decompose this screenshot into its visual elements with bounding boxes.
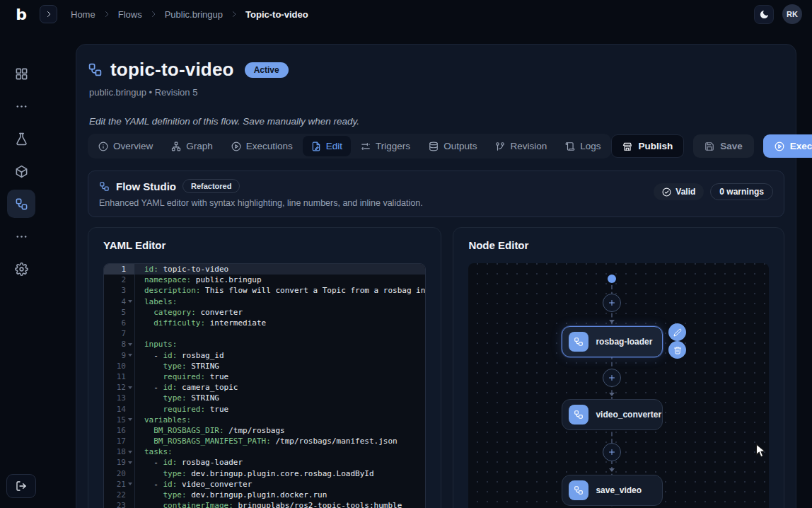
code-text: tasks: xyxy=(135,446,425,457)
code-line[interactable]: 11 required: true xyxy=(104,371,425,382)
fold-chevron-icon[interactable] xyxy=(126,300,134,303)
add-node-button[interactable] xyxy=(603,443,621,461)
save-icon xyxy=(704,142,714,151)
logout-icon xyxy=(16,480,27,492)
code-line[interactable]: 9 - id: rosbag_id xyxy=(104,350,425,361)
code-text: description: This flow will convert a To… xyxy=(135,285,425,296)
sidebar-item-grid[interactable] xyxy=(7,59,35,88)
refactored-badge: Refactored xyxy=(182,179,240,193)
fold-chevron-icon[interactable] xyxy=(126,386,134,389)
logout-button[interactable] xyxy=(6,474,36,498)
tab-label: Overview xyxy=(113,141,153,151)
sidebar-item-gear[interactable] xyxy=(7,255,35,283)
code-line[interactable]: 23 containerImage: bringuplabs/ros2-topi… xyxy=(104,500,425,508)
flow-icon xyxy=(88,62,103,77)
fold-chevron-icon[interactable] xyxy=(126,483,134,485)
code-line[interactable]: 21 - id: video_converter xyxy=(104,479,425,490)
fold-chevron-icon[interactable] xyxy=(126,343,134,346)
theme-toggle-button[interactable] xyxy=(754,5,774,24)
task-node[interactable]: rosbag-loader xyxy=(562,326,663,357)
topbar: HomeFlowsPublic.bringupTopic-to-video RK xyxy=(42,0,812,28)
publish-button[interactable]: Publish xyxy=(611,134,684,158)
code-line[interactable]: 15variables: xyxy=(104,415,425,425)
code-text: category: converter xyxy=(135,307,425,318)
task-node[interactable]: save_video xyxy=(562,475,663,506)
code-line[interactable]: 22 type: dev.bringup.plugin.docker.run xyxy=(104,490,425,500)
line-gutter: 2 xyxy=(104,275,135,285)
line-gutter: 6 xyxy=(104,318,135,328)
fold-chevron-icon[interactable] xyxy=(126,451,134,454)
code-line[interactable]: 12 - id: camera_topic xyxy=(104,382,425,393)
code-line[interactable]: 20 type: dev.bringup.plugin.core.rosbag.… xyxy=(104,468,425,479)
sidebar-item-flow[interactable] xyxy=(7,190,35,218)
line-gutter: 13 xyxy=(104,393,135,403)
tab-graph[interactable]: Graph xyxy=(163,136,221,156)
delete-node-button[interactable] xyxy=(668,341,686,359)
node-type-icon xyxy=(569,405,588,425)
breadcrumb-item[interactable]: Flows xyxy=(118,9,142,20)
line-number: 16 xyxy=(117,426,126,435)
tab-logs[interactable]: Logs xyxy=(557,136,609,156)
code-line[interactable]: 19 - id: rosbag-loader xyxy=(104,457,425,468)
tab-outputs[interactable]: Outputs xyxy=(420,136,485,156)
fold-chevron-icon[interactable] xyxy=(126,418,134,421)
line-number: 13 xyxy=(117,393,126,403)
code-text: - id: camera_topic xyxy=(135,382,425,393)
yaml-code-editor[interactable]: 1id: topic-to-video2namespace: public.br… xyxy=(103,263,426,508)
code-text: type: STRING xyxy=(135,361,425,371)
tab-executions[interactable]: Executions xyxy=(223,136,301,156)
code-line[interactable]: 13 type: STRING xyxy=(104,393,425,403)
code-line[interactable]: 16 BM_ROSBAGS_DIR: /tmp/rosbags xyxy=(104,425,425,436)
sidebar-expand-button[interactable] xyxy=(40,5,57,23)
execute-button[interactable]: Execute xyxy=(763,134,812,158)
add-node-button[interactable] xyxy=(603,369,621,387)
add-node-button[interactable] xyxy=(603,294,621,312)
code-line[interactable]: 10 type: STRING xyxy=(104,361,425,371)
fold-chevron-icon[interactable] xyxy=(126,461,134,464)
save-button[interactable]: Save xyxy=(693,134,754,158)
line-number: 9 xyxy=(121,351,126,360)
line-number: 15 xyxy=(117,415,126,425)
node-label: video_converter xyxy=(596,410,661,420)
code-line[interactable]: 1id: topic-to-video xyxy=(104,264,425,275)
chevron-right-icon xyxy=(149,10,158,18)
code-line[interactable]: 4labels: xyxy=(104,296,425,307)
fold-chevron-icon[interactable] xyxy=(126,354,134,357)
line-gutter: 14 xyxy=(104,403,135,414)
sidebar-item-dots[interactable] xyxy=(7,92,35,120)
code-line[interactable]: 5 category: converter xyxy=(104,307,425,318)
line-gutter: 5 xyxy=(104,307,135,318)
code-line[interactable]: 17 BM_ROSBAGS_MANIFEST_PATH: /tmp/rosbag… xyxy=(104,436,425,446)
line-gutter: 9 xyxy=(104,350,135,361)
code-line[interactable]: 8inputs: xyxy=(104,339,425,350)
code-line[interactable]: 7 xyxy=(104,328,425,339)
task-node[interactable]: video_converter xyxy=(562,399,663,430)
code-text: id: topic-to-video xyxy=(135,264,425,275)
breadcrumb-item[interactable]: Topic-to-video xyxy=(245,9,308,20)
code-line[interactable]: 6 difficulty: intermediate xyxy=(104,318,425,328)
node-label: save_video xyxy=(596,485,642,495)
code-line[interactable]: 2namespace: public.bringup xyxy=(104,275,425,285)
code-line[interactable]: 14 required: true xyxy=(104,403,425,414)
plus-icon xyxy=(608,374,616,382)
code-line[interactable]: 3description: This flow will convert a T… xyxy=(104,285,425,296)
node-type-icon xyxy=(569,332,588,352)
breadcrumb-item[interactable]: Public.bringup xyxy=(165,9,223,20)
tab-triggers[interactable]: Triggers xyxy=(352,136,419,156)
sidebar-item-dots[interactable] xyxy=(7,222,35,250)
tab-edit[interactable]: Edit xyxy=(303,136,351,156)
code-line[interactable]: 18tasks: xyxy=(104,446,425,457)
brand-logo[interactable]: b xyxy=(0,0,42,28)
tab-revision[interactable]: Revision xyxy=(487,136,555,156)
chevron-right-icon xyxy=(230,10,238,18)
sidebar-item-cube[interactable] xyxy=(7,157,35,185)
tab-overview[interactable]: Overview xyxy=(90,136,161,156)
sidebar-item-flask[interactable] xyxy=(7,125,35,153)
line-number: 22 xyxy=(117,490,126,500)
edit-node-button[interactable] xyxy=(668,323,686,341)
breadcrumb-item[interactable]: Home xyxy=(71,9,95,20)
user-avatar[interactable]: RK xyxy=(782,4,802,24)
node-canvas[interactable]: rosbag-loadervideo_convertersave_video xyxy=(468,263,769,508)
line-gutter: 10 xyxy=(104,361,135,371)
code-text: type: dev.bringup.plugin.core.rosbag.Loa… xyxy=(135,468,425,479)
